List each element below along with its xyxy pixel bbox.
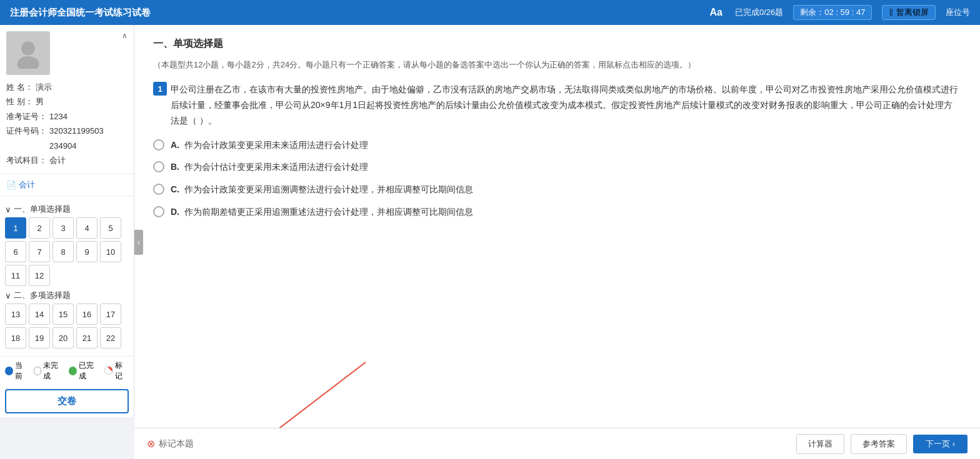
section2-grid: 13 14 15 16 17 18 19 20 21 22 — [5, 304, 129, 348]
answered-label: 已完成 — [79, 360, 99, 382]
question-btn-5[interactable]: 5 — [100, 217, 121, 239]
subject-value: 会计 — [49, 153, 66, 167]
option-a[interactable]: A. 作为会计政策变更采用未来适用法进行会计处理 — [153, 138, 961, 153]
svg-point-0 — [21, 42, 35, 56]
option-c-text: C. 作为会计政策变更采用追溯调整法进行会计处理，并相应调整可比期间信息 — [171, 182, 473, 197]
legend-bar: 当前 未完成 已完成 标记 — [0, 356, 134, 385]
question-btn-13[interactable]: 13 — [5, 304, 26, 325]
svg-point-1 — [18, 56, 39, 69]
sidebar-collapse-handle[interactable]: ‹ — [134, 230, 143, 255]
header: 注册会计师全国统一考试练习试卷 Aa 已完成0/26题 剩余：02 : 59 :… — [0, 0, 980, 25]
question-btn-8[interactable]: 8 — [52, 241, 74, 262]
bottom-left: ⊗ 标记本题 — [147, 438, 194, 450]
cert-value: 320321199503234904 — [49, 124, 104, 153]
marked-label: 标记 — [115, 360, 129, 382]
chevron-down-icon-2: ∨ — [5, 291, 11, 300]
legend-unanswered: 未完成 — [34, 360, 64, 382]
options-list: A. 作为会计政策变更采用未来适用法进行会计处理 B. 作为会计估计变更采用未来… — [153, 138, 961, 220]
question-btn-20[interactable]: 20 — [52, 327, 74, 348]
question-nav[interactable]: ∨ 一、单项选择题 1 2 3 4 5 6 7 8 9 10 11 12 — [0, 196, 134, 356]
submit-button[interactable]: 交卷 — [5, 389, 129, 413]
seat-label: 座位号 — [946, 7, 970, 18]
unanswered-label: 未完成 — [43, 360, 64, 382]
question-btn-2[interactable]: 2 — [29, 217, 50, 239]
question-text: 甲公司注册在乙市，在该市有大量的投资性房地产。由于地处偏僻，乙市没有活跃的房地产… — [171, 82, 961, 129]
subject-nav: 📄 会计 — [0, 174, 134, 196]
user-info: ∧ 姓 名： 演示 性 别： 男 准考证号： 1234 — [0, 25, 134, 174]
document-icon: 📄 — [6, 180, 16, 190]
pause-button[interactable]: ‖ 暂离锁屏 — [882, 5, 936, 20]
section-instruction: （本题型共12小题，每小题2分，共24分。每小题只有一个正确答案，请从每小题的备… — [153, 58, 961, 72]
question-btn-17[interactable]: 17 — [100, 304, 121, 325]
subject-label: 考试科目： — [6, 153, 47, 167]
question-btn-4[interactable]: 4 — [76, 217, 98, 239]
answered-dot — [69, 367, 77, 375]
header-right: Aa 已完成0/26题 剩余：02 : 59 : 47 ‖ 暂离锁屏 座位号 — [710, 5, 970, 20]
question-btn-11[interactable]: 11 — [5, 265, 26, 286]
question-btn-7[interactable]: 7 — [29, 241, 50, 262]
mark-button[interactable]: ⊗ 标记本题 — [147, 438, 194, 450]
legend-current: 当前 — [5, 360, 29, 382]
section-header: 一、单项选择题 — [153, 37, 961, 51]
content-area: 一、单项选择题 （本题型共12小题，每小题2分，共24分。每小题只有一个正确答案… — [134, 25, 980, 459]
question-btn-18[interactable]: 18 — [5, 327, 26, 348]
question-btn-1[interactable]: 1 — [5, 217, 26, 239]
question-btn-21[interactable]: 21 — [76, 327, 98, 348]
question-btn-15[interactable]: 15 — [52, 304, 74, 325]
id-label: 准考证号： — [6, 109, 47, 124]
legend-marked: 标记 — [104, 360, 129, 382]
option-a-text: A. 作为会计政策变更采用未来适用法进行会计处理 — [171, 138, 368, 153]
progress-label: 已完成0/26题 — [735, 7, 783, 18]
question-btn-22[interactable]: 22 — [100, 327, 121, 348]
name-value: 演示 — [36, 80, 52, 94]
avatar — [6, 31, 50, 75]
user-details: 姓 名： 演示 性 别： 男 准考证号： 1234 证件号码： 32032119… — [6, 80, 128, 167]
section1-title: ∨ 一、单项选择题 — [5, 204, 129, 215]
header-title: 注册会计师全国统一考试练习试卷 — [10, 7, 151, 19]
question-btn-14[interactable]: 14 — [29, 304, 50, 325]
avatar-area: ∧ — [6, 31, 128, 75]
question-number-badge: 1 — [153, 82, 167, 96]
current-dot — [5, 367, 13, 375]
mark-icon: ⊗ — [147, 438, 155, 450]
option-a-radio[interactable] — [153, 139, 164, 151]
reference-answer-button[interactable]: 参考答案 — [851, 434, 907, 454]
option-c[interactable]: C. 作为会计政策变更采用追溯调整法进行会计处理，并相应调整可比期间信息 — [153, 182, 961, 197]
unanswered-dot — [34, 367, 42, 375]
option-d-radio[interactable] — [153, 206, 164, 217]
option-b[interactable]: B. 作为会计估计变更采用未来适用法进行会计处理 — [153, 160, 961, 175]
option-b-radio[interactable] — [153, 161, 164, 172]
next-page-button[interactable]: 下一页 › — [913, 435, 968, 453]
question-block: 1 甲公司注册在乙市，在该市有大量的投资性房地产。由于地处偏僻，乙市没有活跃的房… — [153, 82, 961, 220]
gender-label: 性 别： — [6, 94, 33, 109]
question-btn-9[interactable]: 9 — [76, 241, 98, 262]
question-btn-3[interactable]: 3 — [52, 217, 74, 239]
sidebar-wrapper: ∧ 姓 名： 演示 性 别： 男 准考证号： 1234 — [0, 25, 134, 459]
subject-link[interactable]: 📄 会计 — [6, 179, 128, 190]
section2-title: ∨ 二、多项选择题 — [5, 290, 129, 301]
gender-value: 男 — [36, 94, 44, 109]
option-b-text: B. 作为会计估计变更采用未来适用法进行会计处理 — [171, 160, 368, 175]
cert-label: 证件号码： — [6, 124, 47, 153]
section1-grid: 1 2 3 4 5 6 7 8 9 10 11 12 — [5, 217, 129, 286]
question-btn-19[interactable]: 19 — [29, 327, 50, 348]
question-btn-10[interactable]: 10 — [100, 241, 121, 262]
bottom-right: 计算器 参考答案 下一页 › — [796, 434, 968, 454]
main-layout: ∧ 姓 名： 演示 性 别： 男 准考证号： 1234 — [0, 25, 980, 459]
legend-answered: 已完成 — [69, 360, 99, 382]
collapse-button[interactable]: ∧ — [122, 31, 128, 40]
name-label: 姓 名： — [6, 80, 33, 94]
question-btn-6[interactable]: 6 — [5, 241, 26, 262]
chevron-down-icon: ∨ — [5, 205, 11, 214]
id-value: 1234 — [49, 109, 68, 124]
question-btn-16[interactable]: 16 — [76, 304, 98, 325]
bottom-bar: ⊗ 标记本题 计算器 参考答案 下一页 › — [134, 428, 980, 459]
sidebar: ∧ 姓 名： 演示 性 别： 男 准考证号： 1234 — [0, 25, 134, 417]
option-d-text: D. 作为前期差错更正采用追溯重述法进行会计处理，并相应调整可比期间信息 — [171, 205, 473, 220]
option-d[interactable]: D. 作为前期差错更正采用追溯重述法进行会计处理，并相应调整可比期间信息 — [153, 205, 961, 220]
font-size-icon[interactable]: Aa — [710, 7, 722, 18]
question-btn-12[interactable]: 12 — [29, 265, 50, 286]
option-c-radio[interactable] — [153, 184, 164, 195]
calculator-button[interactable]: 计算器 — [796, 434, 844, 454]
timer-display: 剩余：02 : 59 : 47 — [793, 5, 872, 20]
